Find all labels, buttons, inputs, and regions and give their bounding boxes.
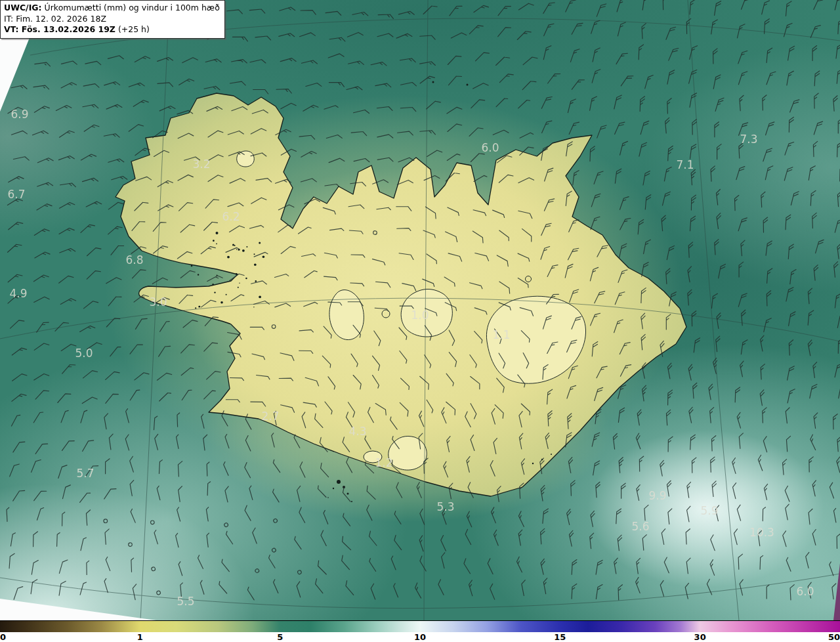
wind-barb [810, 190, 816, 205]
wind-barb [33, 85, 49, 91]
wind-barb [61, 343, 76, 354]
colorbar-tick: 30 [694, 632, 706, 642]
wind-barb [86, 510, 91, 525]
wind-barb [690, 435, 696, 450]
wind-barb [548, 72, 560, 86]
contour-label: 1.1 [492, 328, 510, 341]
wind-barb [375, 83, 391, 90]
wind-barb [339, 555, 352, 570]
wind-barb [808, 310, 813, 325]
wind-barb [708, 384, 715, 400]
wind-barb [227, 9, 243, 15]
wind-barb [789, 117, 793, 132]
wind-barb [474, 4, 489, 16]
wind-barb [60, 129, 75, 140]
wind-barb [739, 580, 747, 595]
wind-barb [835, 457, 840, 473]
wind-barb [81, 537, 86, 551]
wind-barb [710, 457, 715, 472]
wind-barb [766, 240, 772, 256]
wind-barb [666, 26, 676, 41]
wind-barb [60, 297, 75, 308]
wind-barb [108, 158, 124, 167]
wind-barb [320, 530, 330, 546]
wind-barb [498, 25, 511, 39]
wind-barb [83, 439, 94, 454]
wind-barb [814, 0, 824, 11]
wind-barb [661, 529, 668, 545]
wind-barb [329, 83, 344, 87]
wind-barb [232, 59, 247, 66]
wind-barb [230, 81, 245, 87]
wind-barb [328, 53, 344, 62]
wind-barb [58, 464, 67, 480]
wind-barb [159, 105, 175, 115]
wind-barb [739, 433, 744, 448]
contour-label: 3.2 [192, 158, 210, 171]
wind-barb [763, 408, 767, 423]
wind-barb [7, 507, 10, 521]
wind-barb [156, 590, 161, 595]
colorbar-tick: 15 [554, 632, 566, 642]
wind-barb [738, 70, 747, 86]
colorbar-tick: 5 [277, 632, 283, 642]
wind-barb [742, 0, 751, 11]
wind-barb [614, 95, 622, 110]
wind-barb [255, 568, 260, 574]
wind-barb [590, 511, 597, 526]
wind-barb [833, 96, 838, 111]
wind-barb [592, 68, 600, 84]
wind-barb [837, 68, 840, 83]
wind-barb [255, 35, 271, 41]
wind-barb [158, 56, 173, 66]
wind-barb [205, 58, 221, 66]
wind-barb [589, 533, 595, 549]
wind-barb [8, 272, 22, 286]
wind-barb [836, 43, 840, 59]
wind-barb [104, 519, 108, 523]
wind-barb [543, 1, 555, 16]
wind-barb [786, 436, 791, 451]
wind-barb [590, 96, 597, 112]
wind-barb [621, 74, 633, 89]
wind-barb [715, 336, 721, 352]
wind-barb [200, 580, 206, 594]
wind-barb [253, 90, 268, 95]
wind-barb [207, 462, 210, 476]
wind-barb [401, 82, 417, 89]
contour-label: 6.9 [10, 108, 28, 121]
valid-time-line: VT: Fös. 13.02.2026 19Z (+25 h) [4, 24, 220, 35]
wind-barb [690, 216, 696, 231]
wind-barb [786, 287, 793, 303]
wind-barb [206, 507, 211, 521]
wind-barb [12, 130, 28, 139]
wind-barb [643, 170, 650, 186]
wind-barb [437, 580, 448, 595]
wind-barb [617, 0, 625, 13]
wind-barb [34, 341, 49, 354]
wind-barb [789, 311, 795, 327]
colorbar-ticks: 01510153050 [0, 632, 840, 642]
wind-barb [784, 166, 793, 182]
wind-barb [517, 511, 528, 527]
wind-barb [347, 32, 363, 41]
wind-barb [130, 509, 138, 523]
wind-barb [81, 223, 94, 236]
wind-barb [440, 536, 450, 551]
wind-barb [541, 95, 552, 111]
wind-barb [788, 45, 795, 61]
wind-barb [59, 274, 74, 286]
wind-barb [451, 32, 466, 42]
wind-barb [104, 133, 119, 140]
wind-barb [133, 98, 148, 110]
wind-barb [732, 483, 740, 499]
wind-barb [763, 484, 771, 500]
wind-barb [378, 14, 393, 19]
wind-barb [9, 553, 14, 568]
wind-barb [268, 555, 277, 568]
wind-barb [663, 191, 671, 207]
wind-barb [763, 507, 765, 521]
wind-barb [57, 532, 60, 546]
map-canvas: 6.96.74.95.05.75.53.26.26.83.02.74.31.21… [0, 0, 840, 620]
wind-barb [12, 372, 27, 385]
